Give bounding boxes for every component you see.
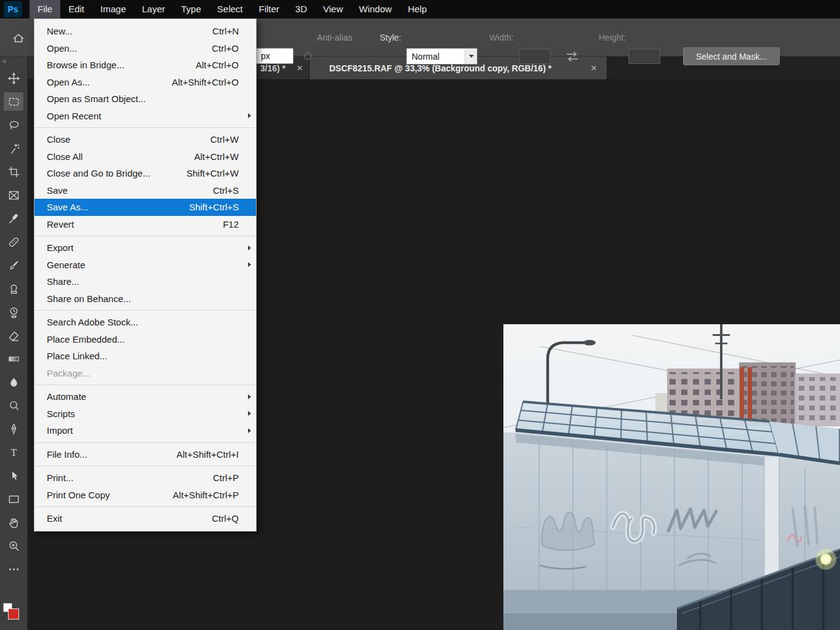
anti-alias-checkbox[interactable] bbox=[304, 52, 311, 60]
menubar-item-window[interactable]: Window bbox=[351, 0, 399, 18]
menu-item-open-recent[interactable]: Open Recent bbox=[34, 108, 256, 125]
history-brush-tool-button[interactable] bbox=[0, 300, 28, 324]
gradient-tool-button[interactable] bbox=[0, 347, 28, 370]
foreground-color-swatch[interactable] bbox=[8, 608, 19, 620]
menu-item-print[interactable]: Print...Ctrl+P bbox=[34, 469, 256, 487]
pen-tool-button[interactable] bbox=[0, 417, 28, 441]
menu-item-place-linked[interactable]: Place Linked... bbox=[34, 348, 256, 365]
menubar-item-view[interactable]: View bbox=[315, 0, 351, 18]
menubar-item-type[interactable]: Type bbox=[173, 0, 209, 18]
lasso-tool-button[interactable] bbox=[0, 113, 28, 137]
submenu-arrow-icon bbox=[248, 113, 251, 118]
menubar-item-filter[interactable]: Filter bbox=[251, 0, 287, 18]
color-swatches[interactable] bbox=[2, 603, 25, 626]
zoom-tool-button[interactable] bbox=[0, 534, 28, 557]
menu-item-close[interactable]: CloseCtrl+W bbox=[34, 131, 256, 148]
menu-item-share-on-behance[interactable]: Share on Behance... bbox=[34, 290, 256, 308]
menu-item-generate[interactable]: Generate bbox=[34, 257, 256, 274]
menu-separator bbox=[35, 442, 255, 443]
menu-item-open-as-smart-object[interactable]: Open as Smart Object... bbox=[34, 90, 256, 108]
menubar-item-select[interactable]: Select bbox=[209, 0, 251, 18]
rectangle-tool-button[interactable] bbox=[0, 487, 28, 511]
eyedropper-tool-icon bbox=[7, 212, 20, 225]
tab-close-icon[interactable]: × bbox=[297, 63, 303, 73]
menu-item-revert[interactable]: RevertF12 bbox=[34, 216, 256, 233]
width-input[interactable] bbox=[519, 49, 551, 64]
menu-item-shortcut: Ctrl+P bbox=[213, 472, 239, 483]
hand-tool-button[interactable] bbox=[0, 511, 28, 534]
hand-tool-icon bbox=[7, 516, 20, 529]
menu-item-label: Close and Go to Bridge... bbox=[47, 168, 150, 178]
menu-item-label: Browse in Bridge... bbox=[47, 60, 124, 70]
select-and-mask-button[interactable]: Select and Mask... bbox=[683, 47, 780, 65]
menubar-item-file[interactable]: File bbox=[30, 0, 60, 18]
height-input[interactable] bbox=[628, 49, 660, 64]
menu-separator bbox=[35, 127, 255, 128]
style-dropdown-value: Normal bbox=[407, 52, 465, 62]
frame-tool-button[interactable] bbox=[0, 183, 28, 207]
clone-stamp-tool-icon bbox=[7, 282, 20, 295]
path-selection-tool-icon bbox=[7, 469, 20, 482]
menubar-item-image[interactable]: Image bbox=[92, 0, 134, 18]
clone-stamp-tool-button[interactable] bbox=[0, 277, 28, 300]
menu-item-export[interactable]: Export bbox=[34, 239, 256, 257]
menu-item-share[interactable]: Share... bbox=[34, 273, 256, 290]
tab-close-icon[interactable]: × bbox=[591, 63, 597, 73]
menu-item-shortcut: Alt+Shift+Ctrl+P bbox=[173, 490, 239, 500]
path-selection-tool-button[interactable] bbox=[0, 464, 28, 487]
menu-item-close-all[interactable]: Close AllAlt+Ctrl+W bbox=[34, 148, 256, 165]
menubar-item-3d[interactable]: 3D bbox=[287, 0, 315, 18]
menu-item-close-and-go-to-bridge[interactable]: Close and Go to Bridge...Shift+Ctrl+W bbox=[34, 165, 256, 182]
menu-item-shortcut: Alt+Ctrl+W bbox=[194, 151, 239, 162]
menubar-item-help[interactable]: Help bbox=[400, 0, 435, 18]
eraser-tool-icon bbox=[7, 329, 20, 342]
menu-item-import[interactable]: Import bbox=[34, 422, 256, 439]
menu-item-open-as[interactable]: Open As...Alt+Shift+Ctrl+O bbox=[34, 74, 256, 91]
menu-item-new[interactable]: New...Ctrl+N bbox=[34, 23, 256, 40]
photo-document[interactable] bbox=[503, 324, 840, 630]
rectangular-marquee-tool-button[interactable] bbox=[0, 90, 28, 113]
menu-item-label: Share on Behance... bbox=[47, 293, 131, 304]
brush-tool-button[interactable] bbox=[0, 253, 28, 277]
submenu-arrow-icon bbox=[248, 428, 251, 433]
menu-item-save[interactable]: SaveCtrl+S bbox=[34, 182, 256, 199]
move-tool-button[interactable] bbox=[0, 66, 28, 90]
magic-wand-tool-button[interactable] bbox=[0, 137, 28, 160]
menu-item-automate[interactable]: Automate bbox=[34, 388, 256, 405]
menu-item-search-adobe-stock[interactable]: Search Adobe Stock... bbox=[34, 314, 256, 331]
menu-item-exit[interactable]: ExitCtrl+Q bbox=[34, 510, 256, 527]
crop-tool-button[interactable] bbox=[0, 160, 28, 183]
eyedropper-tool-button[interactable] bbox=[0, 207, 28, 230]
menubar-item-layer[interactable]: Layer bbox=[134, 0, 174, 18]
style-dropdown[interactable]: Normal bbox=[406, 48, 478, 65]
spot-healing-brush-tool-button[interactable] bbox=[0, 230, 28, 253]
dodge-tool-button[interactable] bbox=[0, 394, 28, 417]
type-tool-button[interactable]: T bbox=[0, 441, 28, 464]
home-icon bbox=[11, 31, 26, 46]
eraser-tool-button[interactable] bbox=[0, 324, 28, 347]
menubar-item-edit[interactable]: Edit bbox=[60, 0, 92, 18]
home-button[interactable] bbox=[9, 28, 28, 48]
menu-item-label: Generate bbox=[47, 260, 86, 270]
menu-item-browse-in-bridge[interactable]: Browse in Bridge...Alt+Ctrl+O bbox=[34, 57, 256, 74]
menu-item-file-info[interactable]: File Info...Alt+Shift+Ctrl+I bbox=[34, 446, 256, 463]
menu-item-place-embedded[interactable]: Place Embedded... bbox=[34, 331, 256, 348]
file-dropdown-menu: New...Ctrl+N Open...Ctrl+O Browse in Bri… bbox=[34, 18, 257, 532]
menu-item-save-as[interactable]: Save As...Shift+Ctrl+S bbox=[34, 199, 256, 216]
menu-item-label: Place Embedded... bbox=[47, 334, 125, 345]
menu-item-label: New... bbox=[47, 26, 73, 36]
menu-item-label: Package... bbox=[47, 368, 90, 378]
feather-unit-field[interactable]: px bbox=[255, 48, 294, 64]
menu-item-label: Close bbox=[47, 134, 70, 145]
blur-tool-button[interactable] bbox=[0, 370, 28, 394]
menu-item-print-one-copy[interactable]: Print One CopyAlt+Shift+Ctrl+P bbox=[34, 487, 256, 504]
style-dropdown-button[interactable] bbox=[465, 49, 477, 64]
toolbar-collapse-chevron[interactable]: » bbox=[0, 57, 27, 66]
menu-item-scripts[interactable]: Scripts bbox=[34, 405, 256, 423]
menu-item-open[interactable]: Open...Ctrl+O bbox=[34, 40, 256, 57]
edit-toolbar-button[interactable] bbox=[0, 557, 28, 581]
menu-item-shortcut: Alt+Shift+Ctrl+I bbox=[177, 449, 239, 460]
swap-dimensions-icon[interactable] bbox=[564, 49, 580, 66]
menu-item-label: File Info... bbox=[47, 449, 87, 460]
menu-item-label: Exit bbox=[47, 513, 62, 524]
